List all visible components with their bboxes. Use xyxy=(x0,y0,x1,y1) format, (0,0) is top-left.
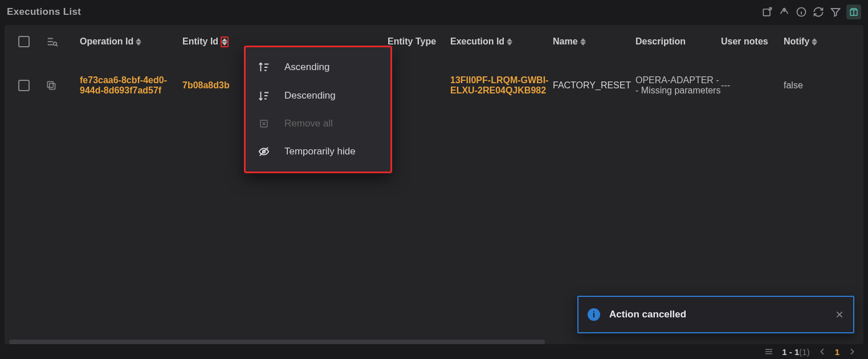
horizontal-scrollbar[interactable] xyxy=(9,340,545,344)
col-execution-id[interactable]: Execution Id xyxy=(450,36,553,47)
svg-rect-5 xyxy=(47,81,53,87)
info-icon[interactable] xyxy=(795,6,808,18)
filter-icon[interactable] xyxy=(829,6,842,18)
sort-icon xyxy=(507,38,512,46)
sort-icon xyxy=(580,38,586,46)
cell-description: OPERA-ADAPTER -- Missing parameters xyxy=(635,75,721,96)
svg-rect-4 xyxy=(50,84,55,89)
col-label: Operation Id xyxy=(80,36,133,47)
toast-text: Action cancelled xyxy=(609,309,686,320)
header: Executions List xyxy=(0,0,868,25)
dropdown-label: Temporarily hide xyxy=(284,146,356,157)
dropdown-hide[interactable]: Temporarily hide xyxy=(246,137,390,166)
columns-icon[interactable] xyxy=(846,5,861,19)
col-label: Name xyxy=(553,36,578,47)
col-label: Execution Id xyxy=(450,36,504,47)
cell-name: FACTORY_RESET xyxy=(553,80,635,91)
hide-icon xyxy=(257,145,271,158)
remove-icon xyxy=(257,118,271,129)
density-icon[interactable] xyxy=(764,346,774,357)
dropdown-descending[interactable]: Descending xyxy=(246,81,390,110)
col-operation-id[interactable]: Operation Id xyxy=(80,36,182,47)
dropdown-label: Descending xyxy=(284,90,336,101)
copy-icon[interactable] xyxy=(46,80,80,91)
col-name[interactable]: Name xyxy=(553,36,635,47)
col-description[interactable]: Description xyxy=(635,36,721,47)
dropdown-label: Ascending xyxy=(284,62,329,73)
sort-icon-active xyxy=(221,36,229,47)
sort-dropdown: Ascending Descending Remove all Temporar… xyxy=(244,46,392,173)
col-entity-type[interactable]: Entity Type xyxy=(388,36,450,47)
col-label: User notes xyxy=(721,36,768,47)
col-label: Description xyxy=(635,36,686,47)
svg-point-3 xyxy=(54,42,57,46)
row-checkbox[interactable] xyxy=(18,80,30,91)
dropdown-label: Remove all xyxy=(284,118,333,129)
info-badge-icon: i xyxy=(588,308,600,321)
prev-page-icon[interactable] xyxy=(818,347,827,356)
pager: 1 - 1(1) 1 xyxy=(764,346,857,357)
cell-operation-id[interactable]: fe73caa6-8cbf-4ed0-944d-8d693f7ad57f xyxy=(80,75,182,96)
toolbar xyxy=(761,5,861,19)
pager-total: (1) xyxy=(799,347,809,357)
table-row[interactable]: fe73caa6-8cbf-4ed0-944d-8d693f7ad57f 7b0… xyxy=(5,58,863,113)
cell-user-notes: --- xyxy=(721,80,784,91)
sort-icon xyxy=(812,38,817,46)
select-all-checkbox[interactable] xyxy=(18,36,30,47)
col-label: Entity Type xyxy=(388,36,436,47)
dropdown-remove-all: Remove all xyxy=(246,110,390,137)
export-icon[interactable] xyxy=(761,6,773,18)
toast-close-icon[interactable] xyxy=(835,310,844,319)
col-user-notes[interactable]: User notes xyxy=(721,36,784,47)
sort-icon xyxy=(136,38,141,46)
upload-icon[interactable] xyxy=(778,6,790,18)
pager-range: 1 - 1 xyxy=(782,347,799,357)
cell-execution-id[interactable]: 13FII0PF-LRQM-GWBI-ELXU-2RE04QJKB982 xyxy=(450,75,553,96)
col-label: Entity Id xyxy=(182,36,218,47)
table-header: Operation Id Entity Id Entity Type Execu… xyxy=(5,25,863,58)
col-notify[interactable]: Notify xyxy=(784,36,835,47)
column-filter-icon[interactable] xyxy=(46,35,80,48)
dropdown-ascending[interactable]: Ascending xyxy=(246,53,390,81)
refresh-icon[interactable] xyxy=(812,6,825,18)
toast: i Action cancelled xyxy=(577,296,854,333)
col-label: Notify xyxy=(784,36,809,47)
sort-ascending-icon xyxy=(257,61,271,74)
sort-descending-icon xyxy=(257,89,271,102)
pager-current[interactable]: 1 xyxy=(835,347,840,357)
page-title: Executions List xyxy=(7,6,81,18)
cell-notify: false xyxy=(784,80,835,91)
next-page-icon[interactable] xyxy=(847,347,857,356)
